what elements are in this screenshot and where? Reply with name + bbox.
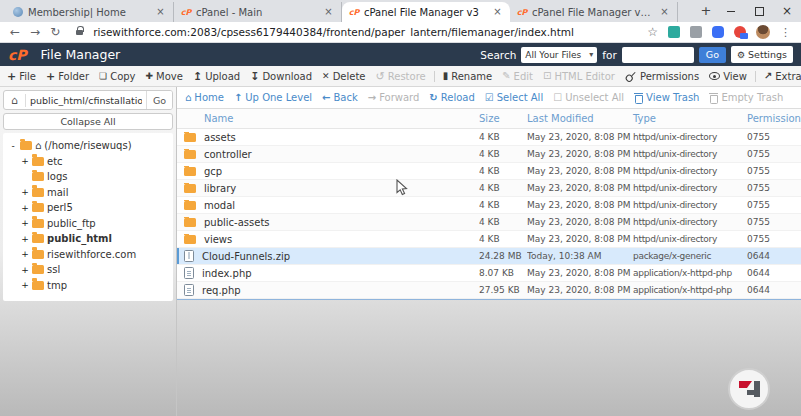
- extension-icon-3[interactable]: [712, 26, 724, 38]
- tree-expander-icon[interactable]: +: [21, 218, 29, 228]
- table-row[interactable]: index.php 8.07 KB May 23, 2020, 8:08 PM …: [177, 265, 801, 282]
- tree-item[interactable]: + tmp: [5, 278, 171, 294]
- tab-favicon-icon: [181, 7, 191, 17]
- tree-item[interactable]: + public_ftp: [5, 216, 171, 232]
- navbar-button[interactable]: Home: [185, 92, 224, 103]
- browser-reload-icon[interactable]: ↻: [50, 26, 60, 38]
- new-tab-button[interactable]: [696, 2, 716, 22]
- file-name: req.php: [202, 285, 241, 296]
- bookmark-star-icon[interactable]: [647, 25, 658, 39]
- toolbar-button[interactable]: File: [5, 71, 38, 82]
- extension-icon-4[interactable]: [734, 26, 746, 38]
- toolbar-button[interactable]: Folder: [44, 71, 91, 82]
- collapse-all-button[interactable]: Collapse All: [3, 113, 173, 130]
- tree-item[interactable]: + etc: [5, 154, 171, 170]
- table-row[interactable]: controller 4 KB May 23, 2020, 8:08 PM ht…: [177, 146, 801, 163]
- browser-menu-icon[interactable]: [780, 26, 791, 39]
- navbar-icon: [368, 93, 376, 103]
- file-type: httpd/unix-directory: [633, 149, 747, 159]
- toolbar-button[interactable]: Download: [248, 71, 314, 82]
- browser-back-icon[interactable]: ←: [10, 26, 20, 38]
- path-input[interactable]: [26, 95, 146, 106]
- tree-item[interactable]: + mail: [5, 185, 171, 201]
- tree-item[interactable]: + risewithforce.com: [5, 247, 171, 263]
- navbar-button[interactable]: View Trash: [634, 92, 699, 103]
- tab-close-icon[interactable]: [155, 7, 166, 18]
- table-row[interactable]: Cloud-Funnels.zip 24.28 MB Today, 10:38 …: [177, 248, 801, 265]
- table-rows: assets 4 KB May 23, 2020, 8:08 PM httpd/…: [177, 129, 801, 299]
- browser-tab[interactable]: Membership| Home: [6, 2, 174, 22]
- toolbar-button[interactable]: HTML Editor: [541, 71, 617, 82]
- navbar-button[interactable]: Select All: [485, 92, 543, 103]
- column-header-type[interactable]: Type: [633, 113, 747, 124]
- navbar-button[interactable]: Unselect All: [553, 92, 624, 103]
- tree-item[interactable]: + public_html: [5, 231, 171, 247]
- toolbar-button[interactable]: Rename: [434, 71, 495, 82]
- settings-button[interactable]: Settings: [731, 46, 793, 63]
- tree-item[interactable]: logs: [5, 169, 171, 185]
- toolbar-button[interactable]: Copy: [97, 71, 137, 82]
- browser-tab[interactable]: cPanel - Main: [174, 2, 342, 22]
- tree-expander-icon[interactable]: +: [21, 203, 29, 213]
- tab-favicon-icon: [517, 7, 527, 17]
- toolbar-button[interactable]: Delete: [320, 71, 367, 82]
- tree-expander-icon[interactable]: +: [21, 234, 29, 244]
- tree-expander-icon[interactable]: +: [21, 265, 29, 275]
- tab-close-icon[interactable]: [492, 7, 503, 18]
- tree-expander-icon[interactable]: +: [21, 187, 29, 197]
- tree-expander-icon[interactable]: -: [9, 141, 17, 151]
- table-row[interactable]: public-assets 4 KB May 23, 2020, 8:08 PM…: [177, 214, 801, 231]
- folder-icon: [32, 234, 44, 243]
- path-go-button[interactable]: Go: [146, 91, 172, 109]
- tree-item[interactable]: + ssl: [5, 262, 171, 278]
- navbar-button[interactable]: Back: [322, 92, 358, 103]
- home-icon[interactable]: [4, 94, 26, 107]
- navbar-button[interactable]: Forward: [368, 92, 420, 103]
- table-row[interactable]: assets 4 KB May 23, 2020, 8:08 PM httpd/…: [177, 129, 801, 146]
- search-go-button[interactable]: Go: [699, 47, 726, 63]
- toolbar-button[interactable]: Edit: [500, 71, 535, 82]
- close-icon[interactable]: [773, 0, 801, 22]
- toolbar-button[interactable]: Upload: [191, 71, 242, 82]
- tab-close-icon[interactable]: [659, 7, 670, 18]
- tree-expander-icon[interactable]: +: [21, 249, 29, 259]
- maximize-icon[interactable]: [745, 0, 773, 22]
- extension-icon-2[interactable]: [690, 26, 702, 38]
- url-text[interactable]: risewithforce.com:2083/cpsess6179440384/…: [93, 26, 637, 38]
- minimize-icon[interactable]: [717, 0, 745, 22]
- lock-icon: [76, 30, 83, 35]
- column-header-modified[interactable]: Last Modified: [527, 113, 633, 124]
- toolbar-button[interactable]: Permissions: [623, 71, 701, 82]
- toolbar-button[interactable]: View: [707, 71, 749, 82]
- table-row[interactable]: req.php 27.95 KB May 23, 2020, 8:08 PM a…: [177, 282, 801, 299]
- toolbar-button[interactable]: Restore: [374, 71, 428, 82]
- tree-expander-icon[interactable]: +: [21, 156, 29, 166]
- tree-item[interactable]: - (/home/risewuqs): [5, 138, 171, 154]
- column-header-size[interactable]: Size: [479, 113, 527, 124]
- browser-tab[interactable]: cPanel File Manager v3 - File Up: [510, 2, 678, 22]
- column-header-name[interactable]: Name: [177, 113, 479, 124]
- search-scope-select[interactable]: All Your Files: [521, 47, 597, 63]
- table-row[interactable]: library 4 KB May 23, 2020, 8:08 PM httpd…: [177, 180, 801, 197]
- file-name-cell: gcp: [177, 166, 479, 177]
- search-input[interactable]: [622, 47, 694, 63]
- navbar-button[interactable]: Reload: [429, 92, 474, 103]
- file-name: assets: [204, 132, 236, 143]
- profile-avatar[interactable]: [756, 25, 770, 39]
- tab-close-icon[interactable]: [323, 7, 334, 18]
- table-row[interactable]: modal 4 KB May 23, 2020, 8:08 PM httpd/u…: [177, 197, 801, 214]
- toolbar-button[interactable]: Move: [144, 71, 185, 82]
- tree-item[interactable]: + perl5: [5, 200, 171, 216]
- navbar-button[interactable]: Empty Trash: [709, 92, 783, 103]
- table-row[interactable]: views 4 KB May 23, 2020, 8:08 PM httpd/u…: [177, 231, 801, 248]
- tree-expander-icon[interactable]: +: [21, 280, 29, 290]
- file-permissions: 0755: [747, 200, 801, 210]
- extension-icon-1[interactable]: [668, 26, 680, 38]
- browser-forward-icon[interactable]: →: [30, 26, 40, 38]
- toolbar-button[interactable]: Extract: [755, 71, 801, 82]
- navbar-icon: [553, 93, 562, 103]
- browser-tab[interactable]: cPanel File Manager v3: [342, 2, 510, 22]
- table-row[interactable]: gcp 4 KB May 23, 2020, 8:08 PM httpd/uni…: [177, 163, 801, 180]
- navbar-button[interactable]: Up One Level: [234, 92, 312, 103]
- column-header-permissions[interactable]: Permissions: [747, 113, 801, 124]
